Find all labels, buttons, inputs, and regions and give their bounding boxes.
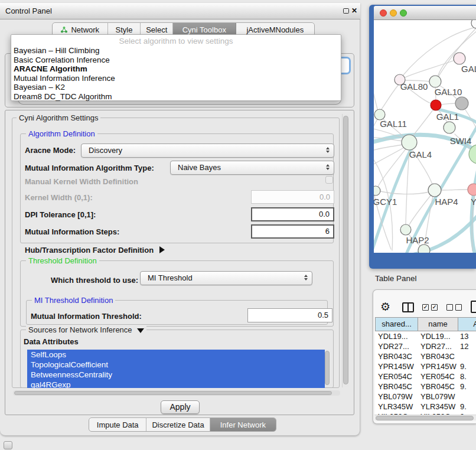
tab-label: Select [146,25,167,34]
select-all-checkboxes-icon[interactable]: ✓✓ [422,304,438,311]
mi-threshold-input[interactable]: 0.5 [247,308,332,322]
network-node[interactable] [468,184,476,195]
document-icon[interactable] [471,301,476,313]
data-attributes-label: Data Attributes [24,337,79,346]
data-attributes-list[interactable]: SelfLoopsTopologicalCoefficientBetweenne… [27,350,325,388]
control-panel-titlebar[interactable]: Control Panel [0,3,360,19]
settings-hscrollbar-thumb[interactable] [14,391,332,395]
network-node[interactable] [471,20,476,28]
network-node[interactable] [400,224,411,235]
network-node[interactable] [431,100,441,110]
node-label: HAP2 [406,235,429,245]
tab-discretize-data[interactable]: Discretize Data [146,418,210,431]
network-node[interactable] [418,244,430,253]
table-row[interactable]: YER054CYER054C8. [375,371,476,381]
which-threshold-select[interactable]: MI Threshold [140,271,312,285]
node-label: SWI4 [450,136,472,146]
manual-kernel-label: Manual Kernel Width Definition [25,177,138,186]
table-cell: YBR045C [418,381,458,392]
table-hscrollbar-track[interactable] [374,415,476,420]
settings-vscrollbar-thumb[interactable] [343,116,348,384]
float-icon[interactable] [343,8,349,14]
table-row[interactable]: YDR27...YDR27...12 [375,341,476,351]
network-edge[interactable] [441,103,455,105]
aracne-mode-select[interactable]: Discovery [81,144,334,158]
network-view-titlebar[interactable] [374,6,476,20]
stepper-icon [326,147,330,153]
settings-vscrollbar-track[interactable] [342,114,349,387]
manual-kernel-checkbox[interactable] [325,176,333,184]
algorithm-option[interactable]: Basic Correlation Inference [11,56,341,65]
zoom-traffic-light[interactable] [400,9,407,17]
table-cell: 9. [458,381,476,392]
column-header[interactable]: shared... [375,317,418,331]
hub-definition-toggle[interactable]: Hub/Transcription Factor Definition [25,246,165,255]
tab-infer-network[interactable]: Infer Network [210,418,276,431]
table-cell: YER054C [418,371,458,381]
table-row[interactable]: YDL19...YDL19...13 [375,331,476,341]
table-cell: YDL19... [375,331,418,341]
network-edge[interactable] [381,84,399,110]
table-cell: YBR043C [375,351,418,361]
column-header[interactable]: A [458,317,476,331]
algorithm-option[interactable]: Bayesian – K2 [11,83,341,92]
table-cell: 9. [458,361,476,371]
node-label: GAL10 [435,87,462,97]
sources-toggle[interactable]: Sources for Network Inference [26,325,146,334]
network-edge[interactable] [413,109,433,136]
attribute-item-selected[interactable]: gal4RGexp [27,380,325,388]
table-row[interactable]: YPR145WYPR145W9. [375,361,476,371]
column-header[interactable]: name [418,317,458,331]
mi-steps-input[interactable]: 6 [251,224,334,239]
gear-icon[interactable]: ⚙ [380,300,390,314]
network-node[interactable] [454,53,465,64]
node-label: Y [471,197,476,207]
attribute-item-selected[interactable]: TopologicalCoefficient [27,360,325,370]
network-edge[interactable] [405,58,460,77]
table-row[interactable]: YBL079WYBL079W [375,392,476,402]
table-hscrollbar-thumb[interactable] [376,416,474,420]
network-node[interactable] [429,76,441,87]
table-row[interactable]: YBR043CYBR043C [375,351,476,361]
attribute-item-selected[interactable]: BetweennessCentrality [27,370,325,380]
algorithm-option[interactable]: Mutual Information Inference [11,74,341,83]
mi-algorithm-type-select[interactable]: Naive Bayes [170,161,334,175]
network-node[interactable] [455,97,468,110]
apply-button[interactable]: Apply [161,400,200,414]
attribute-item-selected[interactable]: SelfLoops [27,350,325,360]
aracne-mode-label: Aracne Mode: [25,146,76,155]
close-icon[interactable]: ✕ [351,6,357,15]
algorithm-option[interactable]: Dream8 DC_TDC Algorithm [11,92,341,102]
close-traffic-light[interactable] [380,9,387,17]
table-cell: YBR043C [418,351,458,361]
mi-steps-label: Mutual Information Steps: [25,227,119,236]
algorithm-option[interactable]: Bayesian – Hill Climbing [11,46,341,56]
network-icon [60,26,68,33]
tab-label: Cyni Toolbox [182,25,226,34]
algorithm-definition-title: Algorithm Definition [26,129,97,138]
minimized-panel-icon[interactable] [4,441,12,449]
network-node[interactable] [428,184,441,197]
split-columns-icon[interactable] [402,302,414,312]
algorithm-option[interactable]: ARACNE Algorithm [11,64,341,74]
selected-value: MI Threshold [148,273,193,282]
table-row[interactable]: YBR045CYBR045C9. [375,381,476,392]
settings-hscrollbar-track[interactable] [13,390,340,396]
deselect-all-checkboxes-icon[interactable] [446,304,462,311]
network-graph: GALGAL80GAL10GAL1GAL11SWI4GAL4GCY1HAP4YH… [374,20,476,253]
dpi-tolerance-input[interactable]: 0.0 [251,207,334,221]
kernel-width-input[interactable]: 0.0 [251,190,334,204]
table-row[interactable]: YLR345WYLR345W9. [375,402,476,412]
expand-right-icon [159,246,165,253]
minimize-traffic-light[interactable] [390,9,397,17]
network-node[interactable] [374,186,380,195]
network-edge[interactable] [374,119,377,137]
mi-type-label: Mutual Information Algorithm Type: [25,164,154,172]
attributes-scrollbar[interactable] [325,351,330,385]
tab-impute-data[interactable]: Impute Data [89,418,146,431]
network-node[interactable] [444,122,455,133]
node-label: HAP4 [435,197,458,207]
network-edge[interactable] [441,190,468,190]
network-edge[interactable] [374,83,378,111]
network-node[interactable] [402,135,417,150]
